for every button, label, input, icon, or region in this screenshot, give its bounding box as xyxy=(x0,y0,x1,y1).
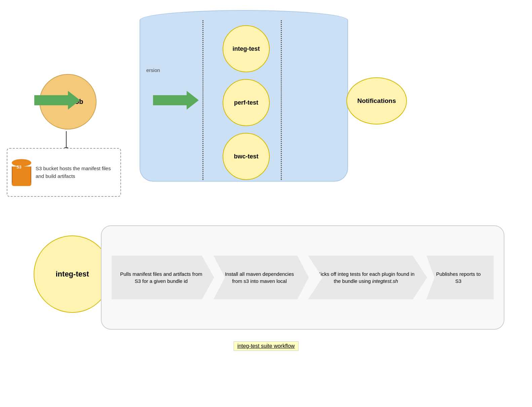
arrow-out-cylinder-icon xyxy=(153,91,199,110)
s3-icon-top xyxy=(12,159,31,166)
arrow-into-cylinder-icon xyxy=(34,91,80,110)
workflow-box: Pulls manifest files and artifacts from … xyxy=(101,225,504,330)
top-diagram: Build Job S3 S3 bucket hosts the manifes… xyxy=(0,7,532,195)
perf-test-circle: perf-test xyxy=(223,79,270,126)
dotted-line-left-icon xyxy=(202,20,203,180)
s3-icon-bottom xyxy=(12,183,31,186)
s3-box: S3 S3 bucket hosts the manifest files an… xyxy=(7,148,121,197)
integ-test-big-circle: integ-test xyxy=(34,235,111,313)
step-1: Pulls manifest files and artifacts from … xyxy=(112,256,214,299)
workflow-label: integ-test suite workflow xyxy=(234,341,299,351)
s3-icon-body xyxy=(12,166,31,183)
bottom-diagram: integ-test Pulls manifest files and arti… xyxy=(0,219,532,397)
s3-label: S3 xyxy=(16,165,22,170)
dotted-line-right-icon xyxy=(281,20,282,180)
arrow-down-icon xyxy=(66,131,67,148)
step-4: Publishes reports to S3 xyxy=(426,256,494,299)
bwc-test-circle: bwc-test xyxy=(223,133,270,180)
step-2: Install all maven dependencies from s3 i… xyxy=(214,256,309,299)
notifications-circle: Notifications xyxy=(346,77,407,124)
s3-description: S3 bucket hosts the manifest files and b… xyxy=(36,165,116,180)
step-3: Kicks off integ tests for each plugin fo… xyxy=(308,256,427,299)
version-label: ersion xyxy=(146,67,160,73)
integ-test-circle: integ-test xyxy=(223,25,270,72)
s3-icon: S3 xyxy=(11,159,32,186)
